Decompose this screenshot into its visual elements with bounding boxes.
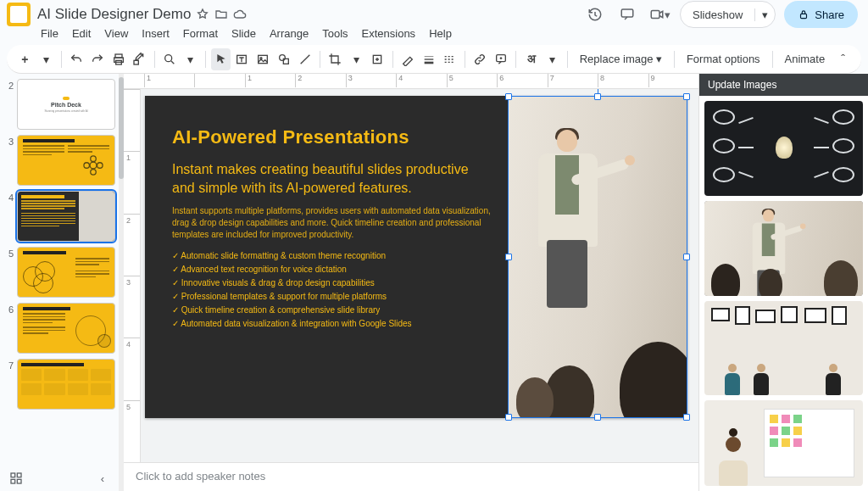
image-tool[interactable]: [253, 48, 273, 70]
star-icon[interactable]: [196, 8, 209, 21]
menu-tools[interactable]: Tools: [317, 25, 353, 42]
mask-tool[interactable]: ▾: [347, 48, 366, 70]
menu-view[interactable]: View: [99, 25, 133, 42]
border-dash-button[interactable]: [440, 48, 459, 70]
svg-rect-9: [259, 55, 268, 63]
svg-point-15: [90, 162, 97, 169]
slide-number: 3: [3, 135, 14, 186]
move-folder-icon[interactable]: [214, 8, 228, 21]
panel-title: Update Images: [699, 74, 868, 96]
svg-rect-22: [11, 479, 15, 483]
crop-tool[interactable]: [326, 48, 345, 70]
image-suggestion-4[interactable]: [704, 400, 863, 486]
menu-bar: File Edit View Insert Format Slide Arran…: [0, 24, 868, 45]
zoom-dropdown[interactable]: ▾: [181, 48, 200, 70]
menu-format[interactable]: Format: [178, 25, 223, 42]
svg-rect-21: [17, 473, 21, 477]
toolbar-collapse-icon[interactable]: ˆ: [833, 48, 853, 70]
border-weight-button[interactable]: [419, 48, 438, 70]
slide-canvas[interactable]: AI-Powered Presentations Instant makes c…: [145, 96, 687, 418]
undo-button[interactable]: [67, 48, 86, 70]
menu-file[interactable]: File: [36, 25, 64, 42]
ruler-horizontal: 1 1 2 3 4 5 6 7 8 9: [124, 74, 698, 89]
translate-dropdown[interactable]: ▾: [542, 48, 562, 70]
link-button[interactable]: [470, 48, 490, 70]
svg-point-19: [97, 163, 103, 169]
filmstrip[interactable]: 2 Pitch Deck Stunning presentations crea…: [0, 74, 119, 415]
update-images-panel: Update Images: [698, 74, 868, 491]
slide-title[interactable]: AI-Powered Presentations: [172, 126, 491, 148]
slide-thumb-2[interactable]: Pitch Deck Stunning presentations create…: [17, 79, 115, 130]
svg-rect-6: [134, 60, 138, 64]
slide-number: 6: [3, 303, 14, 354]
slide-number: 7: [3, 359, 14, 410]
shape-tool[interactable]: [275, 48, 294, 70]
slide-number: 2: [3, 79, 14, 130]
grid-view-icon[interactable]: [8, 471, 24, 486]
audience-head: [516, 377, 554, 418]
slideshow-label: Slideshow: [681, 8, 754, 21]
cloud-status-icon[interactable]: [233, 8, 247, 21]
replace-image-button[interactable]: Replace image ▾: [573, 49, 669, 69]
slide-thumb-6[interactable]: [17, 303, 115, 354]
redo-button[interactable]: [87, 48, 107, 70]
history-icon[interactable]: [583, 3, 607, 26]
meet-icon[interactable]: ▾: [648, 3, 671, 26]
slide-body-text[interactable]: Instant supports multiple platforms, pro…: [172, 205, 491, 241]
slide-number: 5: [3, 247, 14, 298]
translate-button[interactable]: अ: [521, 48, 541, 70]
slide-thumb-3[interactable]: [17, 135, 115, 186]
border-color-button[interactable]: [398, 48, 417, 70]
format-options-button[interactable]: Format options: [680, 49, 767, 69]
slide-subtitle[interactable]: Instant makes creating beautiful slides …: [172, 160, 491, 197]
svg-rect-20: [11, 473, 15, 477]
svg-point-16: [91, 156, 97, 162]
menu-edit[interactable]: Edit: [67, 25, 96, 42]
ruler-vertical: 1 2 3 4 5: [124, 89, 141, 462]
share-label: Share: [815, 8, 844, 21]
svg-rect-23: [17, 479, 21, 483]
print-button[interactable]: [108, 48, 128, 70]
select-tool[interactable]: [211, 48, 231, 70]
svg-rect-2: [801, 14, 807, 18]
animate-button[interactable]: Animate: [777, 49, 832, 69]
svg-point-7: [165, 54, 172, 61]
slide-number: 4: [3, 191, 14, 242]
slides-logo[interactable]: [7, 3, 31, 26]
comment-icon[interactable]: [615, 3, 639, 26]
zoom-button[interactable]: [160, 48, 180, 70]
slide-thumb-4[interactable]: [17, 191, 115, 242]
collapse-filmstrip-icon[interactable]: ‹: [95, 471, 110, 486]
line-tool[interactable]: [295, 48, 314, 70]
lightbulb-icon: [776, 137, 793, 159]
slideshow-dropdown[interactable]: ▾: [754, 8, 775, 21]
image-suggestion-2[interactable]: [704, 201, 863, 296]
menu-slide[interactable]: Slide: [226, 25, 261, 42]
menu-help[interactable]: Help: [424, 25, 457, 42]
menu-arrange[interactable]: Arrange: [264, 25, 314, 42]
toolbar: + ▾ ▾ ▾ अ ▾ Replace image ▾ Format optio…: [7, 45, 861, 74]
svg-point-17: [91, 170, 97, 176]
audience-head: [620, 342, 687, 418]
slide-bullets[interactable]: Automatic slide formatting & custom them…: [172, 249, 491, 331]
new-slide-button[interactable]: +: [15, 48, 35, 70]
image-suggestion-3[interactable]: [704, 301, 863, 396]
menu-extensions[interactable]: Extensions: [357, 25, 421, 42]
flower-icon: [82, 154, 104, 176]
menu-insert[interactable]: Insert: [136, 25, 175, 42]
image-suggestion-1[interactable]: [704, 101, 863, 196]
slide-image[interactable]: [508, 96, 687, 418]
svg-rect-1: [651, 11, 659, 19]
reset-image-button[interactable]: [368, 48, 387, 70]
document-title[interactable]: AI Slide Designer Demo: [37, 6, 191, 23]
new-slide-dropdown[interactable]: ▾: [36, 48, 56, 70]
svg-point-11: [280, 54, 286, 60]
comment-button[interactable]: [492, 48, 511, 70]
paint-format-button[interactable]: [130, 48, 149, 70]
lock-icon: [798, 8, 810, 20]
slide-thumb-7[interactable]: [17, 359, 115, 410]
slide-thumb-5[interactable]: [17, 247, 115, 298]
textbox-tool[interactable]: [232, 48, 252, 70]
speaker-notes[interactable]: Click to add speaker notes: [124, 462, 698, 491]
svg-point-18: [84, 163, 90, 169]
